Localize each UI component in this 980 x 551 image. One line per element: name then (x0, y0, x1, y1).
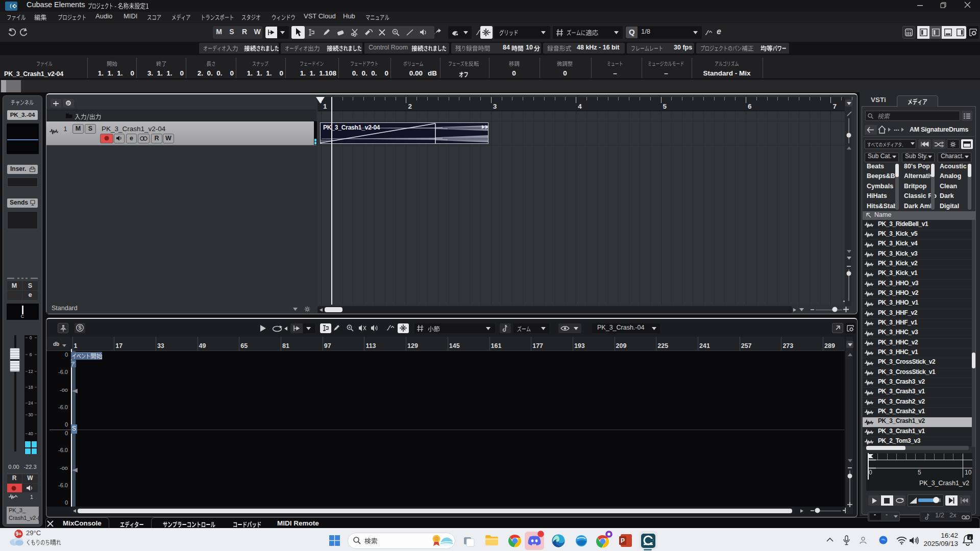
svg-text:P: P (621, 537, 625, 544)
svg-text:S: S (78, 325, 82, 331)
svg-text:z: z (969, 535, 971, 540)
